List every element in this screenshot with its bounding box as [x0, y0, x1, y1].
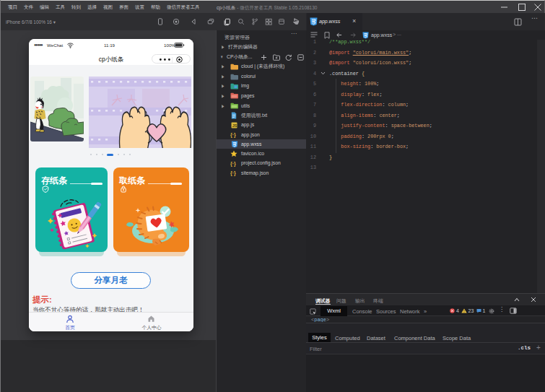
svg-text:JS: JS	[232, 123, 237, 128]
